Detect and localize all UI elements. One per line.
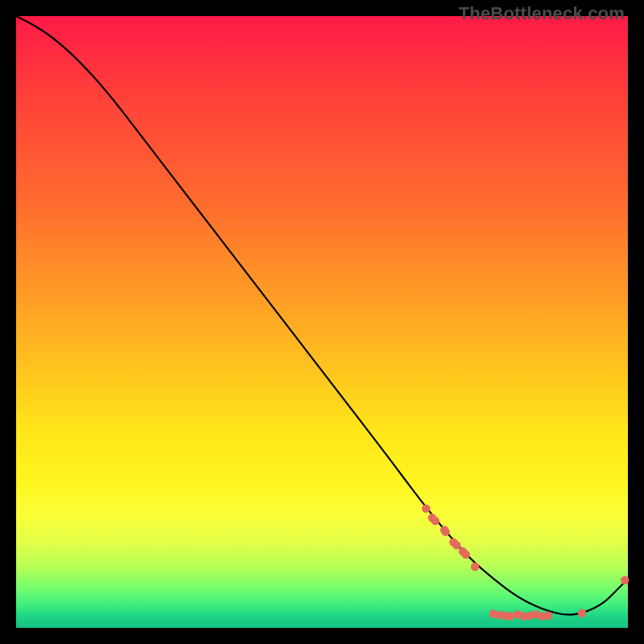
data-dot [461,551,469,559]
data-dot [578,609,586,617]
bottleneck-curve [16,16,628,615]
data-dot [471,563,479,571]
data-dot [506,612,514,620]
data-dot [431,517,439,525]
chart-frame: TheBottleneck.com [0,0,644,644]
chart-svg [16,16,628,628]
data-dot [621,576,629,584]
data-dot [441,527,449,535]
data-dots [422,505,629,621]
data-dot [452,541,460,549]
data-dot [544,612,552,620]
data-dot [422,505,430,513]
